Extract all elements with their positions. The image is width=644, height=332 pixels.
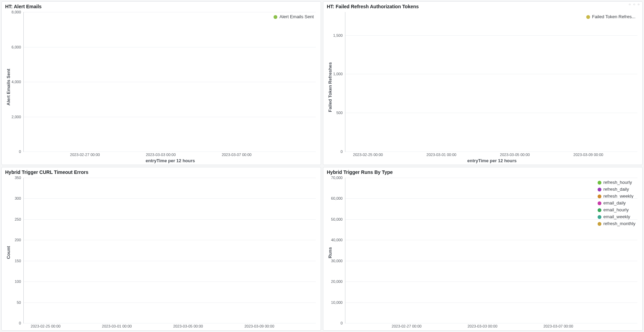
plot-wrap: Alert Emails Sent 02,0004,0006,0008,000 … bbox=[12, 11, 317, 163]
panel-title: HT: Alert Emails bbox=[5, 4, 317, 9]
chart-area: Alert Emails Sent Alert Emails Sent 02,0… bbox=[5, 11, 317, 163]
plot[interactable]: 050100150200250300350 bbox=[23, 178, 316, 323]
chart-area: Failed Token Refreshes Failed Token Refr… bbox=[327, 11, 639, 163]
x-ticks: 2023-02-25 00:002023-03-01 00:002023-03-… bbox=[345, 152, 639, 157]
x-axis-label: entryTime per 12 hours bbox=[23, 157, 317, 163]
panel-runs-by-type: Hybrid Trigger Runs By Type Runs refresh… bbox=[323, 167, 643, 331]
x-axis-label: entryTime per 12 hours bbox=[345, 157, 639, 163]
plot[interactable]: Alert Emails Sent 02,0004,0006,0008,000 bbox=[23, 12, 316, 152]
panel-alert-emails: HT: Alert Emails Alert Emails Sent Alert… bbox=[1, 1, 321, 165]
panel-menu-icon[interactable]: ○ ○ ○ bbox=[629, 2, 640, 6]
chart-area: Count 050100150200250300350 2023-02-25 0… bbox=[5, 176, 317, 329]
panel-title: Hybrid Trigger Runs By Type bbox=[327, 169, 639, 175]
plot-wrap: Failed Token Refres... 05001,0001,500 20… bbox=[333, 11, 639, 163]
x-ticks: 2023-02-27 00:002023-03-03 00:002023-03-… bbox=[23, 152, 317, 157]
panel-title: Hybrid Trigger CURL Timeout Errors bbox=[5, 169, 317, 175]
panel-title: HT: Failed Refresh Authorization Tokens bbox=[327, 4, 639, 9]
plot[interactable]: Failed Token Refres... 05001,0001,500 bbox=[345, 12, 637, 152]
x-ticks: 2023-02-25 00:002023-03-01 00:002023-03-… bbox=[23, 323, 317, 329]
panel-failed-tokens: ○ ○ ○ HT: Failed Refresh Authorization T… bbox=[323, 1, 643, 165]
plot-wrap: refresh_hourlyrefresh_dailyrefresh_weekl… bbox=[333, 176, 639, 329]
x-ticks: 2023-02-27 00:002023-03-03 00:002023-03-… bbox=[345, 323, 639, 329]
plot-wrap: 050100150200250300350 2023-02-25 00:0020… bbox=[12, 176, 317, 329]
dashboard-grid: HT: Alert Emails Alert Emails Sent Alert… bbox=[1, 1, 643, 331]
plot[interactable]: refresh_hourlyrefresh_dailyrefresh_weekl… bbox=[345, 178, 637, 323]
chart-area: Runs refresh_hourlyrefresh_dailyrefresh_… bbox=[327, 176, 639, 329]
panel-curl-timeout: Hybrid Trigger CURL Timeout Errors Count… bbox=[1, 167, 321, 331]
